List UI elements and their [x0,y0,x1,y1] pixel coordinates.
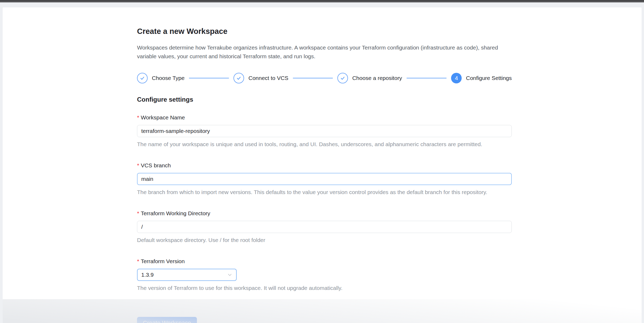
vcs-branch-label: *VCS branch [137,162,512,169]
step-label: Configure Settings [466,74,512,82]
step-label: Choose a repository [352,74,402,82]
chevron-down-icon [227,272,232,277]
terraform-version-select[interactable]: 1.3.9 [137,269,237,281]
terraform-version-label: *Terraform Version [137,257,512,265]
page-title: Create a new Workspace [137,26,512,36]
window-chrome-bar [0,0,644,2]
steps-wizard: Choose Type Connect to VCS Choose a repo… [137,73,512,83]
step-label: Choose Type [152,74,184,82]
required-asterisk: * [137,258,139,264]
workspace-name-label: *Workspace Name [137,114,512,122]
terraform-working-directory-help-text: Default workspace directory. Use / for t… [137,236,512,244]
vcs-branch-input[interactable] [137,173,512,185]
create-workspace-button[interactable]: Create Workspace [137,317,197,323]
terraform-working-directory-input[interactable] [137,221,512,233]
field-terraform-version: *Terraform Version 1.3.9 The version of … [137,257,512,292]
step-connector [189,78,229,78]
terraform-version-help-text: The version of Terraform to use for this… [137,284,512,292]
step-label: Connect to VCS [248,74,288,82]
step-connector [407,78,447,78]
workspace-name-help-text: The name of your workspace is unique and… [137,140,512,148]
workspace-name-input[interactable] [137,125,512,137]
section-heading: Configure settings [137,96,512,104]
page-description: Workspaces determine how Terrakube organ… [137,43,513,61]
terraform-working-directory-label: *Terraform Working Directory [137,209,512,217]
check-circle-icon [337,73,348,83]
field-vcs-branch: *VCS branch The branch from which to imp… [137,162,512,196]
step-choose-type[interactable]: Choose Type [137,73,184,83]
vcs-branch-help-text: The branch from which to import new vers… [137,188,512,196]
required-asterisk: * [137,210,139,216]
step-configure-settings[interactable]: 4 Configure Settings [451,73,512,83]
field-workspace-name: *Workspace Name The name of your workspa… [137,114,512,148]
terraform-version-selected-value: 1.3.9 [141,272,154,278]
required-asterisk: * [137,114,139,120]
create-workspace-form: Create a new Workspace Workspaces determ… [137,26,512,323]
step-connector [293,78,333,78]
required-asterisk: * [137,162,139,168]
check-circle-icon [137,73,148,83]
step-connect-to-vcs[interactable]: Connect to VCS [233,73,288,83]
create-workspace-card: Create a new Workspace Workspaces determ… [3,7,642,323]
field-terraform-working-directory: *Terraform Working Directory Default wor… [137,209,512,244]
step-number-badge: 4 [451,73,462,83]
check-circle-icon [233,73,244,83]
step-choose-repository[interactable]: Choose a repository [337,73,402,83]
